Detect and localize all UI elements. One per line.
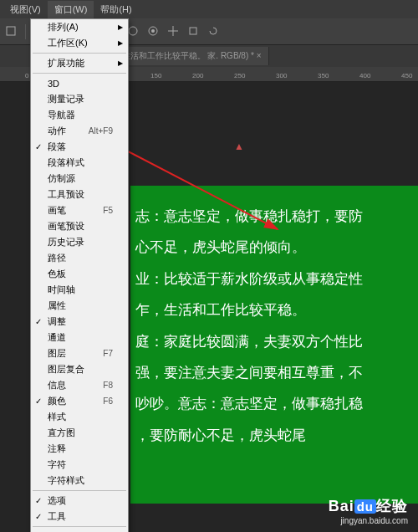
move-icon[interactable] [167, 25, 179, 38]
menu-item-label: 动作 [48, 125, 66, 137]
text-line: 业：比较适于薪水阶级或从事稳定性 [135, 263, 413, 294]
menu-item[interactable]: 信息F8 [31, 377, 128, 393]
menu-item[interactable]: ✓段落 [31, 139, 128, 155]
menu-item[interactable]: 字符 [31, 457, 128, 473]
menu-shortcut: Alt+F9 [89, 126, 113, 136]
svg-point-6 [151, 29, 155, 33]
menu-item[interactable]: 通道 [31, 330, 128, 345]
menu-item-label: 路径 [48, 252, 66, 264]
menu-item[interactable]: 导航器 [31, 107, 128, 123]
menu-item-label: 3D [48, 79, 59, 89]
ruler-tick: 0 [25, 72, 28, 79]
menu-item[interactable]: 时间轴 [31, 282, 128, 298]
menu-item[interactable]: 图层复合 [31, 361, 128, 377]
menu-item[interactable]: ✓颜色F6 [31, 393, 128, 409]
submenu-arrow-icon: ▶ [118, 39, 123, 47]
check-icon: ✓ [35, 142, 42, 151]
rotate-icon[interactable] [207, 25, 219, 38]
text-line: 强，要注意夫妻之间要相互尊重，不 [135, 357, 413, 388]
menu-item-label: 通道 [48, 331, 66, 344]
window-menu-dropdown: 排列(A)▶工作区(K)▶扩展功能▶3D测量记录导航器动作Alt+F9✓段落段落… [30, 18, 129, 532]
ruler-tick: 450 [401, 72, 412, 79]
submenu-arrow-icon: ▶ [118, 23, 123, 31]
ruler-tick: 150 [150, 72, 161, 79]
menu-item-label: 注释 [48, 442, 66, 455]
menu-item-label: 调整 [48, 315, 66, 328]
menu-item-label: 画笔预设 [48, 220, 84, 233]
text-line: 乍，生活和工作比较平稳。 [135, 294, 413, 325]
menu-item-label: 直方图 [48, 427, 75, 439]
document-content[interactable]: 志：意志坚定，做事稳扎稳打，要防 心不足，虎头蛇尾的倾向。 业：比较适于薪水阶级… [130, 186, 418, 504]
menu-item-label: 样式 [48, 411, 66, 423]
menu-item[interactable]: ✓选项 [31, 493, 128, 509]
menu-item[interactable]: ✓工具 [31, 509, 128, 524]
menu-separator [33, 73, 126, 74]
menu-shortcut: F8 [103, 381, 113, 390]
menu-window[interactable]: 窗口(W) [48, 1, 94, 18]
menu-item[interactable]: ✓1 未标题-1 [31, 529, 128, 532]
ruler-tick: 300 [276, 72, 287, 79]
menu-separator [33, 490, 126, 491]
orbit2-icon[interactable] [147, 25, 159, 38]
check-icon: ✓ [35, 396, 42, 406]
menu-item-label: 历史记录 [48, 236, 84, 248]
menu-item-label: 工具 [48, 510, 66, 523]
menu-item[interactable]: 画笔预设 [31, 218, 128, 234]
text-line: 志：意志坚定，做事稳扎稳打，要防 [135, 201, 413, 232]
menu-item-label: 仿制源 [48, 172, 75, 185]
menu-item[interactable]: 字符样式 [31, 473, 128, 489]
check-icon: ✓ [35, 512, 42, 521]
svg-rect-0 [7, 27, 15, 35]
menu-item[interactable]: 直方图 [31, 425, 128, 441]
menu-item[interactable]: 图层F7 [31, 345, 128, 361]
orbit-icon[interactable] [127, 25, 139, 38]
text-line: 吵吵。意志：意志坚定，做事稳扎稳 [135, 388, 413, 419]
menu-item[interactable]: 注释 [31, 441, 128, 457]
menu-item[interactable]: 工作区(K)▶ [31, 35, 128, 51]
menu-item-label: 工作区(K) [48, 37, 88, 49]
separator [25, 24, 26, 39]
menu-item[interactable]: 属性 [31, 298, 128, 314]
menu-item[interactable]: 画笔F5 [31, 202, 128, 218]
menu-view[interactable]: 视图(V) [3, 1, 48, 18]
text-line: ，要防耐心不足，虎头蛇尾 [135, 420, 413, 451]
menubar: 视图(V) 窗口(W) 帮助(H) [0, 0, 418, 18]
menu-item-label: 信息 [48, 379, 66, 391]
menu-item-label: 工具预设 [48, 188, 84, 201]
svg-point-4 [129, 27, 137, 35]
menu-item-label: 排列(A) [48, 21, 79, 33]
menu-item-label: 画笔 [48, 204, 66, 217]
menu-item-label: 选项 [48, 494, 66, 507]
menu-help[interactable]: 帮助(H) [94, 1, 138, 18]
menu-shortcut: F5 [103, 206, 113, 215]
menu-item-label: 段落样式 [48, 156, 84, 169]
3d-tool-icon[interactable] [5, 25, 17, 38]
menu-item[interactable]: 动作Alt+F9 [31, 123, 128, 139]
menu-item-label: 时间轴 [48, 284, 75, 296]
menu-item-label: 导航器 [48, 109, 75, 121]
menu-item[interactable]: 3D [31, 75, 128, 91]
menu-item-label: 字符 [48, 458, 66, 471]
menu-item-label: 段落 [48, 141, 66, 153]
menu-item[interactable]: 排列(A)▶ [31, 19, 128, 35]
menu-separator [33, 53, 126, 54]
check-icon: ✓ [35, 317, 42, 326]
menu-item[interactable]: 样式 [31, 409, 128, 425]
scale-icon[interactable] [187, 25, 199, 38]
menu-item[interactable]: 历史记录 [31, 234, 128, 250]
menu-item[interactable]: 工具预设 [31, 187, 128, 202]
ruler-tick: 350 [318, 72, 329, 79]
menu-item[interactable]: ✓调整 [31, 314, 128, 330]
menu-item-label: 颜色 [48, 395, 66, 407]
ruler-tick: 250 [234, 72, 245, 79]
menu-item[interactable]: 段落样式 [31, 155, 128, 171]
menu-shortcut: F7 [103, 349, 113, 358]
menu-item[interactable]: 色板 [31, 266, 128, 282]
text-line: 心不足，虎头蛇尾的倾向。 [135, 232, 413, 263]
menu-item[interactable]: 路径 [31, 250, 128, 266]
menu-item-label: 图层 [48, 347, 66, 360]
menu-item[interactable]: 仿制源 [31, 171, 128, 187]
menu-shortcut: F6 [103, 396, 113, 406]
menu-item[interactable]: 扩展功能▶ [31, 55, 128, 71]
menu-item[interactable]: 测量记录 [31, 91, 128, 107]
